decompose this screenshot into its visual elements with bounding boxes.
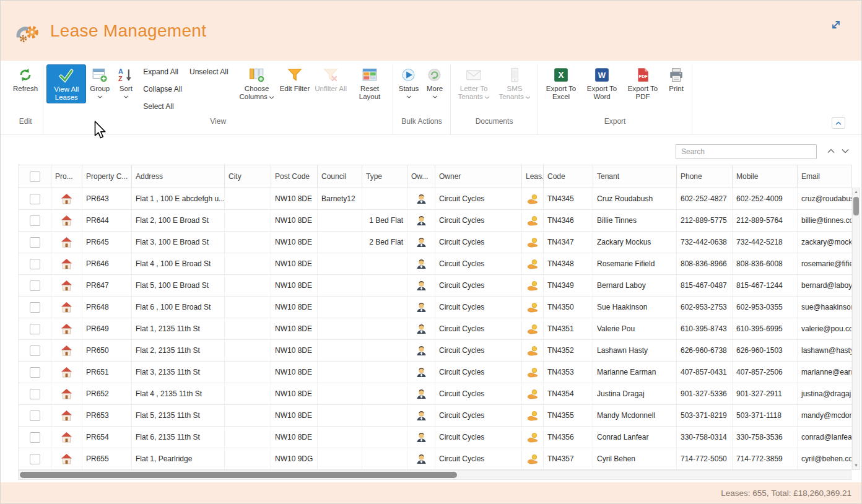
column-header-mobile[interactable]: Mobile bbox=[733, 165, 798, 188]
column-header-city[interactable]: City bbox=[225, 165, 271, 188]
owner-icon-cell bbox=[407, 297, 435, 318]
table-row[interactable]: PR644 Flat 2, 100 E Broad St NW10 8DE 1 … bbox=[19, 210, 852, 232]
row-checkbox[interactable] bbox=[30, 432, 40, 443]
table-row[interactable]: PR653 Flat 5, 2135 11th St NW10 8DE Circ… bbox=[19, 405, 852, 427]
search-input[interactable] bbox=[676, 144, 817, 159]
collapse-all-button[interactable]: Collapse All bbox=[141, 84, 187, 95]
select-all-checkbox[interactable] bbox=[30, 172, 40, 182]
tenant-cell: Rosemarie Fifield bbox=[593, 253, 677, 275]
choose-columns-button[interactable]: Choose Columns bbox=[237, 64, 277, 102]
sms-tenants-button: SMS Tenants bbox=[495, 64, 534, 102]
edit-filter-icon bbox=[287, 67, 303, 83]
mobile-cell: 732-442-5218 bbox=[733, 232, 798, 253]
column-header-lease-icon[interactable]: Leas... bbox=[522, 165, 544, 188]
council-cell bbox=[318, 340, 362, 362]
more-button[interactable]: More bbox=[422, 64, 447, 100]
ribbon-collapse-button[interactable] bbox=[832, 117, 845, 129]
column-header-owner-icon[interactable]: Ow... bbox=[407, 165, 435, 188]
table-row[interactable]: PR649 Flat 1, 2135 11th St NW10 8DE Circ… bbox=[19, 318, 852, 340]
expand-all-button[interactable]: Expand All bbox=[141, 66, 187, 77]
choose-columns-label: Choose Columns bbox=[239, 85, 275, 101]
table-row[interactable]: PR645 Flat 3, 100 E Broad St NW10 8DE 2 … bbox=[19, 232, 852, 253]
council-cell bbox=[318, 362, 362, 383]
column-header-property-icon[interactable]: Pro... bbox=[51, 165, 82, 188]
table-row[interactable]: PR652 Flat 4 , 2135 11th St NW10 8DE Cir… bbox=[19, 383, 852, 405]
select-all-button[interactable]: Select All bbox=[141, 101, 187, 112]
city-cell bbox=[225, 253, 271, 275]
search-prev-icon[interactable] bbox=[827, 148, 835, 154]
column-header-type[interactable]: Type bbox=[362, 165, 407, 188]
row-checkbox[interactable] bbox=[30, 194, 40, 204]
table-row[interactable]: PR654 Flat 6, 2135 11th St NW10 8DE Circ… bbox=[19, 427, 852, 448]
sort-button[interactable]: A Z Sort bbox=[113, 64, 138, 100]
table-row[interactable]: PR648 Flat 6 , 100 E Broad St NW10 8DE C… bbox=[19, 297, 852, 318]
scroll-down-icon[interactable]: ▼ bbox=[854, 462, 858, 469]
column-header-email[interactable]: Email bbox=[798, 165, 852, 188]
owner-avatar-icon bbox=[416, 193, 427, 205]
status-button[interactable]: Status bbox=[396, 64, 421, 100]
column-header-tenant[interactable]: Tenant bbox=[593, 165, 677, 188]
chevron-down-icon bbox=[484, 96, 490, 99]
owner-avatar-icon bbox=[416, 453, 427, 465]
vertical-scrollbar-thumb[interactable] bbox=[853, 197, 859, 215]
maximize-icon[interactable] bbox=[829, 18, 843, 32]
owner-icon-cell bbox=[407, 188, 435, 210]
horizontal-scrollbar[interactable] bbox=[18, 470, 851, 480]
row-checkbox[interactable] bbox=[30, 454, 40, 464]
lease-icon-cell bbox=[522, 210, 544, 232]
export-to-excel-button[interactable]: X Export To Excel bbox=[541, 64, 581, 102]
mobile-cell: 610-395-6995 bbox=[733, 318, 798, 340]
edit-filter-label: Edit Filter bbox=[280, 85, 310, 93]
row-checkbox[interactable] bbox=[30, 345, 40, 356]
table-row[interactable]: PR647 Flat 5, 100 E Broad St NW10 8DE Ci… bbox=[19, 275, 852, 297]
type-cell bbox=[362, 405, 407, 427]
table-row[interactable]: PR643 Flat 1 , 100 E abcdefgh u... NW10 … bbox=[19, 188, 852, 210]
unselect-all-button[interactable]: Unselect All bbox=[187, 66, 233, 77]
column-header-owner[interactable]: Owner bbox=[435, 165, 522, 188]
export-to-word-button[interactable]: W Export To Word bbox=[582, 64, 622, 102]
column-header-post-code[interactable]: Post Code bbox=[271, 165, 318, 188]
address-cell: Flat 1, 2135 11th St bbox=[132, 318, 225, 340]
column-header-address[interactable]: Address bbox=[132, 165, 225, 188]
type-cell bbox=[362, 318, 407, 340]
owner-icon-cell bbox=[407, 383, 435, 405]
row-checkbox[interactable] bbox=[30, 302, 40, 313]
row-checkbox[interactable] bbox=[30, 389, 40, 399]
table-row[interactable]: PR651 Flat 3, 2135 11th St NW10 8DE Circ… bbox=[19, 362, 852, 383]
type-cell bbox=[362, 253, 407, 275]
refresh-button[interactable]: Refresh bbox=[11, 64, 40, 94]
row-checkbox[interactable] bbox=[30, 215, 40, 226]
column-header-phone[interactable]: Phone bbox=[677, 165, 733, 188]
table-row[interactable]: PR646 Flat 4 , 100 E Broad St NW10 8DE C… bbox=[19, 253, 852, 275]
row-checkbox[interactable] bbox=[30, 324, 40, 334]
print-button[interactable]: Print bbox=[664, 64, 689, 94]
horizontal-scrollbar-thumb[interactable] bbox=[20, 472, 457, 478]
lease-hand-icon bbox=[527, 215, 539, 227]
row-checkbox[interactable] bbox=[30, 237, 40, 248]
sort-az-icon: A Z bbox=[118, 67, 134, 83]
search-next-icon[interactable] bbox=[841, 148, 850, 154]
edit-filter-button[interactable]: Edit Filter bbox=[278, 64, 312, 94]
post-code-cell: NW10 8DE bbox=[271, 297, 318, 318]
row-checkbox[interactable] bbox=[30, 259, 40, 269]
view-all-leases-button[interactable]: View All Leases bbox=[46, 64, 86, 103]
export-to-pdf-button[interactable]: PDF Export To PDF bbox=[623, 64, 663, 102]
row-checkbox[interactable] bbox=[30, 280, 40, 291]
column-header-code[interactable]: Code bbox=[544, 165, 593, 188]
ribbon-toolbar: Refresh Edit View All Leases bbox=[1, 61, 861, 135]
vertical-scrollbar[interactable]: ▲ ▼ bbox=[852, 188, 860, 470]
phone-cell: 901-327-5336 bbox=[677, 383, 733, 405]
reset-layout-button[interactable]: Reset Layout bbox=[350, 64, 390, 102]
column-header-property-code[interactable]: Property C... bbox=[82, 165, 132, 188]
column-header-council[interactable]: Council bbox=[318, 165, 362, 188]
address-cell: Flat 5, 2135 11th St bbox=[132, 405, 225, 427]
city-cell bbox=[225, 383, 271, 405]
table-row[interactable]: PR650 Flat 2, 2135 11th St NW10 8DE Circ… bbox=[19, 340, 852, 362]
scroll-up-icon[interactable]: ▲ bbox=[854, 188, 858, 196]
row-checkbox[interactable] bbox=[30, 411, 40, 421]
group-button[interactable]: Group bbox=[87, 64, 112, 100]
city-cell bbox=[225, 210, 271, 232]
row-checkbox[interactable] bbox=[30, 367, 40, 378]
table-row[interactable]: PR655 Flat 1, Pearlridge NW10 9DG Circui… bbox=[19, 448, 852, 470]
ribbon-group-label-bulk-actions: Bulk Actions bbox=[396, 115, 447, 129]
